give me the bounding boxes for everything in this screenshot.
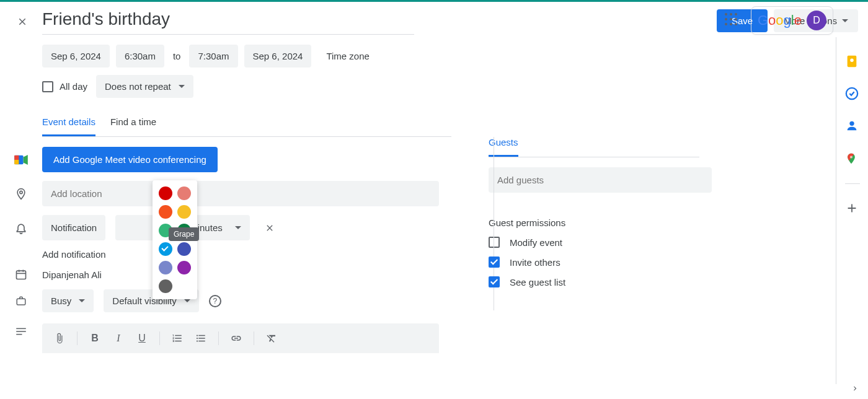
description-icon <box>10 327 32 336</box>
svg-rect-5 <box>17 271 26 279</box>
color-swatch-peacock[interactable] <box>159 242 172 256</box>
google-apps-button[interactable] <box>725 13 740 28</box>
modify-event-checkbox[interactable] <box>489 237 500 248</box>
timezone-link[interactable]: Time zone <box>326 51 369 61</box>
repeat-dropdown[interactable]: Does not repeat <box>96 75 193 98</box>
svg-point-14 <box>850 58 854 62</box>
modify-event-label: Modify event <box>510 237 562 248</box>
close-button[interactable] <box>10 9 35 34</box>
svg-rect-1 <box>14 155 19 159</box>
calendar-owner: Dipanjenah Ali <box>42 270 102 280</box>
location-icon <box>10 187 32 201</box>
clear-format-button[interactable] <box>262 328 281 348</box>
guest-permissions-title: Guest permissions <box>489 217 699 228</box>
contacts-icon[interactable] <box>845 119 860 134</box>
start-time[interactable]: 6:30am <box>116 45 164 68</box>
close-icon <box>265 223 275 233</box>
invite-others-checkbox[interactable] <box>489 256 500 268</box>
chevron-down-icon <box>179 85 185 88</box>
add-meet-button[interactable]: Add Google Meet video conferencing <box>42 147 218 172</box>
meet-icon <box>10 154 32 165</box>
visibility-help-icon[interactable]: ? <box>209 295 221 307</box>
side-panel <box>836 37 868 362</box>
bell-icon <box>10 221 32 235</box>
allday-checkbox[interactable] <box>42 81 53 92</box>
underline-button[interactable]: U <box>132 328 152 348</box>
start-date[interactable]: Sep 6, 2024 <box>42 45 110 68</box>
color-swatch-banana[interactable] <box>177 205 191 219</box>
add-notification-link[interactable]: Add notification <box>42 249 106 260</box>
location-input[interactable] <box>42 181 439 206</box>
color-swatch-tangerine[interactable] <box>159 205 172 219</box>
chevron-down-icon <box>184 299 190 302</box>
close-icon <box>17 16 28 27</box>
color-swatch-grape[interactable] <box>177 261 191 274</box>
remove-notification-button[interactable] <box>260 218 280 238</box>
svg-rect-9 <box>17 299 25 305</box>
color-swatch-blueberry[interactable] <box>177 242 191 256</box>
svg-point-16 <box>849 121 854 126</box>
avatar[interactable]: D <box>807 11 826 30</box>
chevron-down-icon <box>79 299 85 302</box>
availability-dropdown[interactable]: Busy <box>42 289 94 312</box>
briefcase-icon <box>10 296 32 307</box>
ordered-list-button[interactable] <box>167 328 187 348</box>
add-guests-input[interactable] <box>489 167 712 193</box>
end-date[interactable]: Sep 6, 2024 <box>244 45 312 68</box>
svg-point-4 <box>20 191 22 193</box>
notification-type-label: Notification <box>51 222 97 233</box>
color-swatch-graphite[interactable] <box>159 279 172 293</box>
attach-button[interactable] <box>50 328 69 348</box>
unordered-list-button[interactable] <box>191 328 211 348</box>
color-swatch-lavender[interactable] <box>159 261 172 274</box>
tab-event-details[interactable]: Event details <box>42 116 95 136</box>
allday-label: All day <box>60 81 87 92</box>
event-title-input[interactable] <box>42 7 414 35</box>
invite-others-label: Invite others <box>510 257 560 268</box>
italic-button[interactable]: I <box>108 328 128 348</box>
calendar-icon <box>10 268 32 281</box>
description-toolbar: B I U <box>42 323 439 353</box>
see-guest-list-checkbox[interactable] <box>489 276 500 287</box>
notification-type-dropdown[interactable]: Notification <box>42 215 105 240</box>
maps-icon[interactable] <box>845 151 860 166</box>
svg-point-17 <box>849 156 852 158</box>
repeat-label: Does not repeat <box>105 81 171 92</box>
color-tooltip: Grape <box>169 227 199 241</box>
chevron-down-icon <box>235 226 241 229</box>
svg-rect-2 <box>14 160 19 164</box>
to-label: to <box>170 51 184 61</box>
google-logo: Google <box>758 12 802 28</box>
bold-button[interactable]: B <box>85 328 105 348</box>
svg-marker-3 <box>24 154 28 164</box>
end-time[interactable]: 7:30am <box>189 45 237 68</box>
add-addon-button[interactable] <box>845 201 860 216</box>
see-guest-list-label: See guest list <box>510 277 565 287</box>
tab-find-a-time[interactable]: Find a time <box>110 116 156 136</box>
keep-icon[interactable] <box>845 55 860 69</box>
color-swatch-tomato[interactable] <box>159 186 172 200</box>
google-account-box[interactable]: Google D <box>751 6 833 35</box>
link-button[interactable] <box>226 328 246 348</box>
availability-label: Busy <box>51 296 71 306</box>
chevron-down-icon <box>842 19 848 22</box>
color-swatch-flamingo[interactable] <box>177 186 191 200</box>
tasks-icon[interactable] <box>845 87 860 102</box>
